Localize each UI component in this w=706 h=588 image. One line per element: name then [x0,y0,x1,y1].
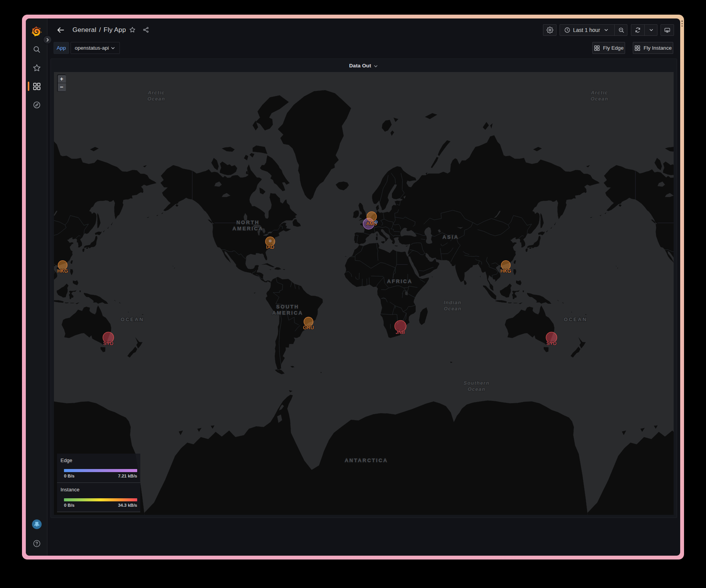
map-marker-label: JNB [396,330,405,335]
share-icon[interactable] [142,26,149,33]
map-label: OCEAN [564,317,587,322]
map-zoom-out-button[interactable]: − [58,83,66,91]
map-label: Indian [444,300,461,305]
explore-compass-icon[interactable] [26,101,47,109]
map-label: Ocean [467,386,485,392]
sidebar [26,18,47,556]
legend-min: 0 B/s [64,474,75,478]
panel-title[interactable]: Data Out [349,63,371,69]
variable-value: openstatus-api [75,45,109,51]
map-label: ASIA [442,234,459,240]
window-grip-dot [681,25,682,27]
time-range-picker[interactable]: Last 1 hour [560,25,614,35]
dashboards-icon[interactable] [26,82,47,90]
window-grip-dot [681,23,682,24]
map-marker-label: HKG [501,268,511,274]
legend-gradient-edge [64,469,137,472]
sidebar-expand-button[interactable] [43,35,52,44]
chevron-right-icon [45,37,50,42]
breadcrumb-page: Fly App [104,26,126,34]
refresh-icon [635,27,641,33]
map-marker-label: SYD [103,341,114,346]
fly-edge-button[interactable]: Fly Edge [592,42,625,54]
map-marker-label: IAD [266,245,274,250]
clock-icon [564,27,570,33]
map-label: Southern [464,380,489,386]
refresh-button[interactable] [631,25,644,35]
map-label: Ocean [444,306,461,312]
map-marker-label: GRU [303,325,314,330]
gear-icon [546,27,553,34]
fly-instance-button[interactable]: Fly Instance [633,42,673,54]
map-marker-label: SYD [546,341,557,346]
search-icon[interactable] [26,45,47,54]
map-label: Ocean [147,96,165,102]
map-label: ANTARCTICA [345,457,388,463]
world-map[interactable]: ArcticOceanArcticOceanNORTHAMERICAASIAAF… [54,72,674,515]
variable-value-dropdown[interactable]: openstatus-api [71,42,120,54]
map-label: OCEAN [121,317,144,322]
map-marker-fra[interactable] [375,221,378,223]
window-grip-dot [681,20,682,22]
back-arrow-button[interactable] [56,26,65,34]
chevron-down-icon [110,45,116,51]
map-label: AMERICA [272,310,303,316]
chevron-down-icon [603,27,609,33]
user-avatar[interactable] [26,519,47,529]
dashboard-settings-button[interactable] [543,24,556,36]
time-zoom-out-button[interactable] [614,25,628,35]
grafana-logo[interactable] [26,25,47,37]
app-viewport: General/Fly App Last 1 hour App openstat… [26,18,680,556]
legend-max: 7.21 kB/s [118,474,137,478]
legend-title: Edge [61,457,137,463]
page: { "frame": { "grip_dots": 3 }, "sidebar"… [0,0,706,588]
map-label: Arctic [147,90,165,95]
apps-grid-icon [594,45,600,51]
time-range-label: Last 1 hour [573,27,600,33]
refresh-interval-caret[interactable] [644,25,658,35]
apps-grid-icon [634,45,640,51]
breadcrumb-separator: / [99,26,101,34]
cycle-view-mode-button[interactable] [661,24,674,36]
map-label: AFRICA [387,278,413,284]
legend-min: 0 B/s [64,503,75,508]
magnifier-minus-icon [618,27,625,34]
map-label: NORTH [236,219,259,225]
arrow-left-icon [56,26,65,34]
starred-icon[interactable] [26,64,47,72]
legend-section-instance: Instance 0 B/s34.3 kB/s [57,482,140,512]
legend-gradient-instance [64,498,137,501]
geomap-panel: Data Out [50,59,677,518]
map-label: SOUTH [276,304,299,310]
time-range-group: Last 1 hour [560,24,627,36]
legend-section-edge: Edge 0 B/s7.21 kB/s [57,454,140,482]
panel-header[interactable]: Data Out [51,59,677,72]
legend-max: 34.3 kB/s [118,503,137,508]
legend-title: Instance [61,487,137,493]
breadcrumb: General/Fly App [72,25,126,35]
help-icon[interactable] [26,539,47,548]
map-marker-iad[interactable] [269,240,271,242]
panel-menu-caret-icon[interactable] [373,64,378,69]
map-canvas: ArcticOceanArcticOceanNORTHAMERICAASIAAF… [54,72,674,515]
breadcrumb-root[interactable]: General [72,26,96,34]
map-zoom-control: + − [57,74,66,92]
map-marker-ams[interactable] [367,212,377,221]
chevron-down-icon [649,27,654,33]
map-marker-label: HKG [57,268,68,274]
legend-bottom-border [57,512,140,512]
map-label: Arctic [590,90,608,95]
map-zoom-in-button[interactable]: + [58,75,66,83]
tv-monitor-icon [664,27,671,34]
map-label: Ocean [590,96,608,102]
variable-label: App [54,42,69,54]
favorite-star-icon[interactable] [129,26,136,33]
map-legend: Edge 0 B/s7.21 kB/s Instance 0 B/s34.3 k… [57,454,140,512]
browser-window-frame: General/Fly App Last 1 hour App openstat… [22,15,684,560]
refresh-group [631,24,657,36]
map-label: AMERICA [232,226,263,231]
